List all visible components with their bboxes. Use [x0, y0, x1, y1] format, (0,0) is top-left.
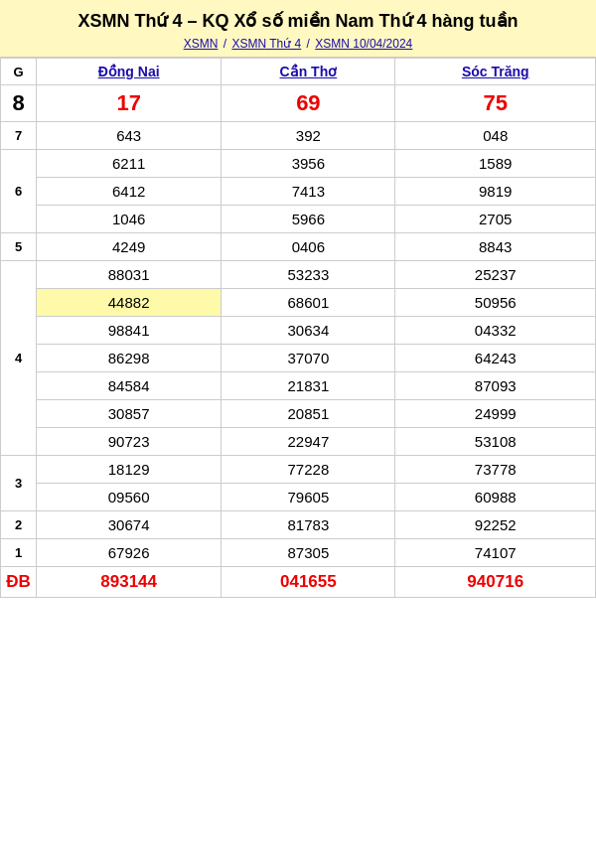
table-cell: 09560	[37, 484, 222, 511]
table-row: ĐB893144041655940716	[1, 567, 596, 598]
table-cell: 048	[395, 122, 596, 150]
col-header-soc-trang: Sóc Trăng	[395, 59, 596, 85]
table-cell: 6211	[37, 150, 222, 178]
table-cell: 893144	[37, 567, 222, 598]
table-cell: 44882	[37, 289, 222, 317]
table-row: 988413063404332	[1, 317, 596, 345]
table-cell: 67926	[37, 539, 222, 567]
table-cell: 37070	[222, 345, 395, 372]
table-cell: 7413	[222, 178, 395, 206]
table-row: 3181297722873778	[1, 456, 596, 484]
table-cell: 04332	[395, 317, 596, 345]
table-cell: 68601	[222, 289, 395, 317]
prize-label: 6	[1, 150, 37, 233]
table-row: 862983707064243	[1, 345, 596, 372]
table-row: 448826860150956	[1, 289, 596, 317]
table-cell: 1589	[395, 150, 596, 178]
table-cell: 643	[37, 122, 222, 150]
breadcrumb-date[interactable]: XSMN 10/04/2024	[315, 37, 412, 51]
table-header-row: G Đồng Nai Cần Thơ Sóc Trăng	[1, 59, 596, 85]
table-row: 4880315323325237	[1, 261, 596, 289]
table-cell: 50956	[395, 289, 596, 317]
table-cell: 84584	[37, 372, 222, 400]
table-cell: 69	[222, 85, 395, 122]
breadcrumb-xsmn-thu4[interactable]: XSMN Thứ 4	[231, 37, 301, 51]
table-row: 2306748178392252	[1, 511, 596, 539]
page-title: XSMN Thứ 4 – KQ Xổ số miền Nam Thứ 4 hàn…	[8, 10, 588, 33]
table-row: 308572085124999	[1, 400, 596, 428]
breadcrumb-xsmn[interactable]: XSMN	[184, 37, 219, 51]
table-cell: 98841	[37, 317, 222, 345]
table-cell: 30634	[222, 317, 395, 345]
prize-label: 3	[1, 456, 37, 511]
table-cell: 64243	[395, 345, 596, 372]
table-cell: 88031	[37, 261, 222, 289]
table-cell: 392	[222, 122, 395, 150]
table-cell: 75	[395, 85, 596, 122]
prize-label: 5	[1, 233, 37, 261]
table-cell: 1046	[37, 206, 222, 233]
prize-label: 8	[1, 85, 37, 122]
table-cell: 90723	[37, 428, 222, 456]
prize-label: 7	[1, 122, 37, 150]
table-cell: 92252	[395, 511, 596, 539]
col-header-g: G	[1, 59, 37, 85]
table-cell: 25237	[395, 261, 596, 289]
results-table: G Đồng Nai Cần Thơ Sóc Trăng 81769757643…	[0, 58, 596, 598]
table-cell: 87305	[222, 539, 395, 567]
table-cell: 73778	[395, 456, 596, 484]
table-cell: 53108	[395, 428, 596, 456]
table-cell: 77228	[222, 456, 395, 484]
table-row: 641274139819	[1, 178, 596, 206]
table-cell: 86298	[37, 345, 222, 372]
table-cell: 3956	[222, 150, 395, 178]
table-row: 8176975	[1, 85, 596, 122]
table-row: 6621139561589	[1, 150, 596, 178]
table-cell: 20851	[222, 400, 395, 428]
table-cell: 4249	[37, 233, 222, 261]
table-cell: 74107	[395, 539, 596, 567]
table-cell: 2705	[395, 206, 596, 233]
prize-label: 2	[1, 511, 37, 539]
col-header-dong-nai: Đồng Nai	[37, 59, 222, 85]
table-cell: 041655	[222, 567, 395, 598]
table-cell: 22947	[222, 428, 395, 456]
table-cell: 17	[37, 85, 222, 122]
table-cell: 60988	[395, 484, 596, 511]
table-cell: 0406	[222, 233, 395, 261]
page-wrapper: XSMN Thứ 4 – KQ Xổ số miền Nam Thứ 4 hàn…	[0, 0, 596, 598]
table-cell: 6412	[37, 178, 222, 206]
table-container: G Đồng Nai Cần Thơ Sóc Trăng 81769757643…	[0, 58, 596, 598]
prize-label: 1	[1, 539, 37, 567]
table-row: 7643392048	[1, 122, 596, 150]
table-cell: 24999	[395, 400, 596, 428]
table-cell: 81783	[222, 511, 395, 539]
table-cell: 53233	[222, 261, 395, 289]
header: XSMN Thứ 4 – KQ Xổ số miền Nam Thứ 4 hàn…	[0, 0, 596, 58]
table-cell: 940716	[395, 567, 596, 598]
table-cell: 21831	[222, 372, 395, 400]
table-cell: 5966	[222, 206, 395, 233]
prize-label: ĐB	[1, 567, 37, 598]
table-row: 104659662705	[1, 206, 596, 233]
col-header-can-tho: Cần Thơ	[222, 59, 395, 85]
table-row: 5424904068843	[1, 233, 596, 261]
table-cell: 79605	[222, 484, 395, 511]
table-cell: 9819	[395, 178, 596, 206]
table-row: 1679268730574107	[1, 539, 596, 567]
table-row: 907232294753108	[1, 428, 596, 456]
table-cell: 87093	[395, 372, 596, 400]
table-cell: 30674	[37, 511, 222, 539]
table-cell: 8843	[395, 233, 596, 261]
table-row: 845842183187093	[1, 372, 596, 400]
breadcrumb: XSMN / XSMN Thứ 4 / XSMN 10/04/2024	[8, 37, 588, 51]
table-cell: 18129	[37, 456, 222, 484]
table-cell: 30857	[37, 400, 222, 428]
table-row: 095607960560988	[1, 484, 596, 511]
prize-label: 4	[1, 261, 37, 456]
